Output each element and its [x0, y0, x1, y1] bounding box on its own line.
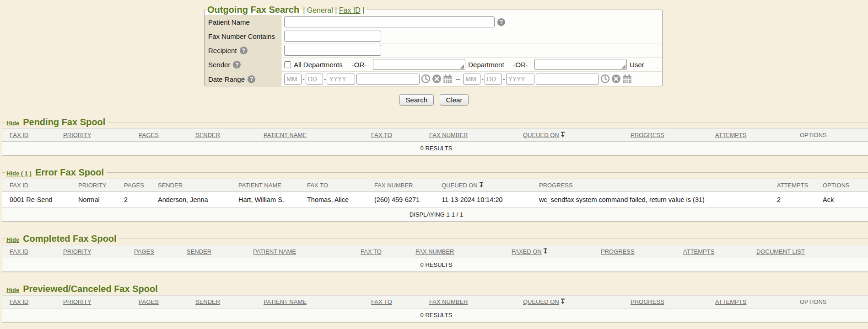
- col-pages[interactable]: PAGES: [117, 179, 151, 192]
- date-from-month-input[interactable]: [284, 74, 302, 85]
- col-sender[interactable]: SENDER: [188, 296, 256, 308]
- col-attempts[interactable]: ATTEMPTS: [708, 296, 793, 308]
- user-combo-wrap: [534, 59, 627, 70]
- previewed-hide-link[interactable]: Hide: [6, 287, 19, 293]
- col-queued-on[interactable]: QUEUED ON: [516, 296, 623, 308]
- col-queued-on[interactable]: QUEUED ON: [516, 129, 623, 142]
- col-fax-to[interactable]: FAX TO: [364, 296, 422, 308]
- tab-separator: |: [362, 6, 364, 14]
- all-departments-checkbox[interactable]: [284, 61, 291, 68]
- col-patient-name[interactable]: PATIENT NAME: [246, 245, 353, 258]
- col-priority[interactable]: PRIORITY: [71, 179, 117, 192]
- error-hide-link[interactable]: Hide ( 1 ): [6, 170, 32, 177]
- previewed-section-title: Previewed/Canceled Fax Spool: [23, 284, 158, 294]
- clock-icon[interactable]: [421, 74, 431, 84]
- help-icon[interactable]: ?: [497, 18, 505, 26]
- completed-fax-table: FAX ID PRIORITY PAGES SENDER PATIENT NAM…: [2, 245, 868, 272]
- patient-name-input[interactable]: [284, 16, 495, 27]
- pending-fax-table: FAX ID PRIORITY PAGES SENDER PATIENT NAM…: [2, 128, 868, 155]
- col-attempts[interactable]: ATTEMPTS: [708, 129, 793, 142]
- date-from-day-input[interactable]: [306, 74, 323, 85]
- col-fax-to[interactable]: FAX TO: [300, 179, 367, 192]
- col-pages[interactable]: PAGES: [131, 296, 188, 308]
- col-fax-to[interactable]: FAX TO: [364, 129, 422, 142]
- empty-results-row: 0 RESULTS: [2, 142, 868, 155]
- col-attempts[interactable]: ATTEMPTS: [676, 245, 749, 258]
- col-attempts[interactable]: ATTEMPTS: [770, 179, 815, 192]
- date-range-label: Date Range: [208, 75, 245, 83]
- displaying-text: DISPLAYING 1-1 / 1: [2, 208, 868, 222]
- recipient-input[interactable]: [284, 45, 381, 56]
- col-sender[interactable]: SENDER: [179, 245, 246, 258]
- col-pages[interactable]: PAGES: [131, 129, 188, 142]
- help-icon[interactable]: ?: [233, 61, 241, 69]
- clear-date-icon[interactable]: [611, 74, 621, 84]
- col-fax-id[interactable]: FAX ID: [2, 296, 56, 308]
- search-button[interactable]: Search: [399, 94, 434, 106]
- previewed-fax-table: FAX ID PRIORITY PAGES SENDER PATIENT NAM…: [2, 295, 868, 322]
- date-from-year-input[interactable]: [327, 74, 355, 85]
- col-fax-id[interactable]: FAX ID: [2, 245, 56, 258]
- col-priority[interactable]: PRIORITY: [56, 296, 131, 308]
- cell-options-ack[interactable]: Ack: [815, 192, 868, 208]
- col-patient-name[interactable]: PATIENT NAME: [256, 129, 364, 142]
- col-progress[interactable]: PROGRESS: [593, 245, 676, 258]
- or-separator: -OR-: [513, 61, 528, 69]
- help-icon[interactable]: ?: [240, 47, 248, 54]
- completed-hide-link[interactable]: Hide: [6, 236, 19, 243]
- cell-sender: Anderson, Jenna: [151, 192, 231, 208]
- form-row-recipient: Recipient ?: [205, 43, 662, 58]
- clear-date-icon[interactable]: [432, 74, 442, 84]
- col-fax-id[interactable]: FAX ID: [2, 129, 56, 142]
- col-patient-name[interactable]: PATIENT NAME: [231, 179, 300, 192]
- col-fax-number[interactable]: FAX NUMBER: [408, 245, 504, 258]
- col-faxed-on[interactable]: FAXED ON: [504, 245, 593, 258]
- clock-icon[interactable]: [600, 74, 610, 84]
- or-separator: -OR-: [352, 61, 367, 69]
- col-fax-number[interactable]: FAX NUMBER: [422, 129, 516, 142]
- col-queued-on[interactable]: QUEUED ON: [434, 179, 532, 192]
- date-to-year-input[interactable]: [506, 74, 534, 85]
- col-progress[interactable]: PROGRESS: [532, 179, 770, 192]
- col-pages[interactable]: PAGES: [127, 245, 179, 258]
- date-to-full-input[interactable]: [536, 74, 599, 85]
- pending-hide-link[interactable]: Hide: [6, 120, 19, 127]
- empty-results-row: 0 RESULTS: [2, 258, 868, 272]
- col-fax-number[interactable]: FAX NUMBER: [422, 296, 516, 308]
- date-separator: -: [481, 75, 484, 83]
- sort-descending-icon: [479, 182, 484, 188]
- cell-fax-id[interactable]: 0001 Re-Send: [2, 192, 71, 208]
- date-from-full-input[interactable]: [356, 74, 420, 85]
- fax-number-input[interactable]: [284, 31, 381, 42]
- department-input[interactable]: [373, 59, 465, 70]
- form-row-fax-number: Fax Number Contains: [205, 29, 662, 43]
- user-input[interactable]: [534, 59, 627, 70]
- date-to-month-input[interactable]: [463, 74, 480, 85]
- displaying-row: DISPLAYING 1-1 / 1: [2, 208, 868, 222]
- col-options: OPTIONS: [793, 296, 868, 308]
- department-combo-wrap: [373, 59, 465, 70]
- col-fax-number[interactable]: FAX NUMBER: [367, 179, 434, 192]
- clear-button[interactable]: Clear: [440, 94, 469, 106]
- error-fax-row[interactable]: 0001 Re-Send Normal 2 Anderson, Jenna Ha…: [2, 192, 868, 208]
- empty-results-text: 0 RESULTS: [2, 258, 868, 272]
- calendar-icon[interactable]: [622, 74, 632, 84]
- col-sender[interactable]: SENDER: [188, 129, 256, 142]
- sort-descending-icon: [543, 248, 548, 254]
- tab-general[interactable]: General: [307, 6, 333, 14]
- calendar-icon[interactable]: [443, 74, 453, 84]
- col-priority[interactable]: PRIORITY: [56, 129, 131, 142]
- tab-fax-id[interactable]: Fax ID: [339, 6, 361, 14]
- col-patient-name[interactable]: PATIENT NAME: [256, 296, 364, 308]
- col-sender[interactable]: SENDER: [151, 179, 231, 192]
- date-to-day-input[interactable]: [485, 74, 502, 85]
- col-progress[interactable]: PROGRESS: [623, 129, 708, 142]
- col-fax-id[interactable]: FAX ID: [2, 179, 71, 192]
- col-priority[interactable]: PRIORITY: [56, 245, 127, 258]
- table-header-row: FAX ID PRIORITY PAGES SENDER PATIENT NAM…: [2, 245, 868, 258]
- table-header-row: FAX ID PRIORITY PAGES SENDER PATIENT NAM…: [2, 296, 868, 308]
- col-fax-to[interactable]: FAX TO: [353, 245, 408, 258]
- col-progress[interactable]: PROGRESS: [623, 296, 708, 308]
- help-icon[interactable]: ?: [248, 75, 255, 83]
- col-document-list[interactable]: DOCUMENT LIST: [749, 245, 868, 258]
